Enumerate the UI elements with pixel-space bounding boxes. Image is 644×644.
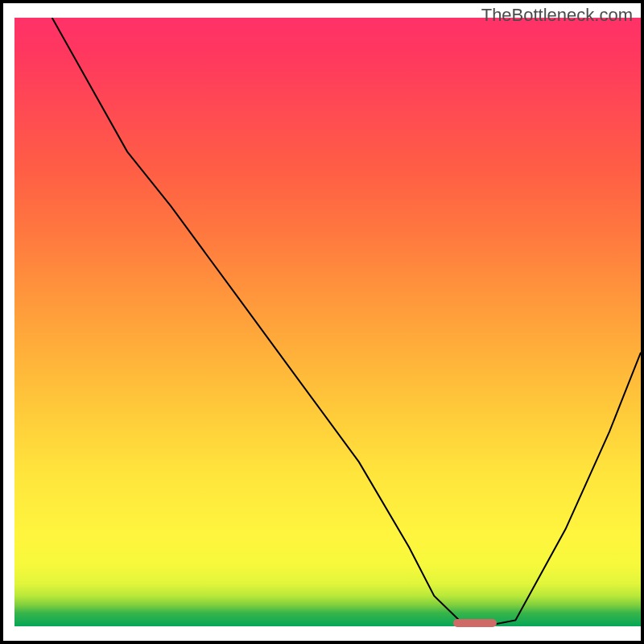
optimal-range-marker bbox=[453, 619, 497, 627]
bottleneck-curve-path bbox=[52, 18, 641, 626]
chart-svg bbox=[14, 18, 641, 626]
watermark-text: TheBottleneck.com bbox=[481, 5, 633, 26]
chart-frame: TheBottleneck.com bbox=[0, 0, 644, 644]
